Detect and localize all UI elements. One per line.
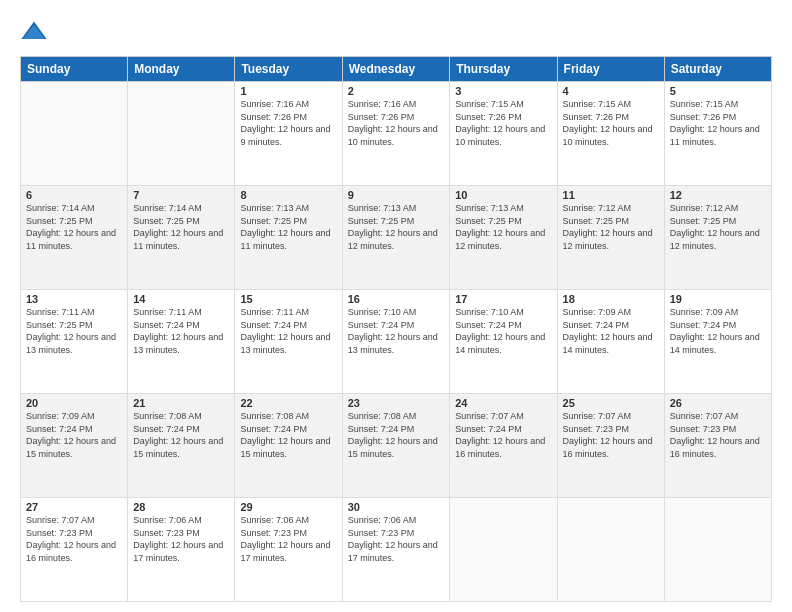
calendar-day-10: 10Sunrise: 7:13 AMSunset: 7:25 PMDayligh… <box>450 186 557 290</box>
day-number: 19 <box>670 293 766 305</box>
day-number: 9 <box>348 189 445 201</box>
calendar-day-19: 19Sunrise: 7:09 AMSunset: 7:24 PMDayligh… <box>664 290 771 394</box>
day-number: 13 <box>26 293 122 305</box>
day-number: 18 <box>563 293 659 305</box>
calendar-day-20: 20Sunrise: 7:09 AMSunset: 7:24 PMDayligh… <box>21 394 128 498</box>
day-number: 22 <box>240 397 336 409</box>
header-tuesday: Tuesday <box>235 57 342 82</box>
day-info: Sunrise: 7:11 AMSunset: 7:25 PMDaylight:… <box>26 306 122 356</box>
calendar-day-30: 30Sunrise: 7:06 AMSunset: 7:23 PMDayligh… <box>342 498 450 602</box>
day-info: Sunrise: 7:13 AMSunset: 7:25 PMDaylight:… <box>348 202 445 252</box>
calendar-week-row: 27Sunrise: 7:07 AMSunset: 7:23 PMDayligh… <box>21 498 772 602</box>
day-number: 21 <box>133 397 229 409</box>
calendar-day-6: 6Sunrise: 7:14 AMSunset: 7:25 PMDaylight… <box>21 186 128 290</box>
day-info: Sunrise: 7:12 AMSunset: 7:25 PMDaylight:… <box>670 202 766 252</box>
day-info: Sunrise: 7:07 AMSunset: 7:23 PMDaylight:… <box>26 514 122 564</box>
day-info: Sunrise: 7:14 AMSunset: 7:25 PMDaylight:… <box>133 202 229 252</box>
day-number: 15 <box>240 293 336 305</box>
day-info: Sunrise: 7:15 AMSunset: 7:26 PMDaylight:… <box>563 98 659 148</box>
day-info: Sunrise: 7:09 AMSunset: 7:24 PMDaylight:… <box>670 306 766 356</box>
calendar-empty-cell <box>557 498 664 602</box>
calendar-empty-cell <box>450 498 557 602</box>
day-number: 20 <box>26 397 122 409</box>
calendar-day-27: 27Sunrise: 7:07 AMSunset: 7:23 PMDayligh… <box>21 498 128 602</box>
day-number: 17 <box>455 293 551 305</box>
day-info: Sunrise: 7:09 AMSunset: 7:24 PMDaylight:… <box>26 410 122 460</box>
day-info: Sunrise: 7:07 AMSunset: 7:24 PMDaylight:… <box>455 410 551 460</box>
day-number: 30 <box>348 501 445 513</box>
day-number: 7 <box>133 189 229 201</box>
day-info: Sunrise: 7:11 AMSunset: 7:24 PMDaylight:… <box>240 306 336 356</box>
day-info: Sunrise: 7:12 AMSunset: 7:25 PMDaylight:… <box>563 202 659 252</box>
day-info: Sunrise: 7:10 AMSunset: 7:24 PMDaylight:… <box>348 306 445 356</box>
header-monday: Monday <box>128 57 235 82</box>
calendar-day-9: 9Sunrise: 7:13 AMSunset: 7:25 PMDaylight… <box>342 186 450 290</box>
header-thursday: Thursday <box>450 57 557 82</box>
day-info: Sunrise: 7:08 AMSunset: 7:24 PMDaylight:… <box>133 410 229 460</box>
day-info: Sunrise: 7:10 AMSunset: 7:24 PMDaylight:… <box>455 306 551 356</box>
header-saturday: Saturday <box>664 57 771 82</box>
page-header <box>20 18 772 46</box>
calendar-week-row: 6Sunrise: 7:14 AMSunset: 7:25 PMDaylight… <box>21 186 772 290</box>
day-number: 14 <box>133 293 229 305</box>
calendar-day-2: 2Sunrise: 7:16 AMSunset: 7:26 PMDaylight… <box>342 82 450 186</box>
calendar-day-16: 16Sunrise: 7:10 AMSunset: 7:24 PMDayligh… <box>342 290 450 394</box>
day-number: 25 <box>563 397 659 409</box>
calendar-week-row: 1Sunrise: 7:16 AMSunset: 7:26 PMDaylight… <box>21 82 772 186</box>
header-friday: Friday <box>557 57 664 82</box>
day-info: Sunrise: 7:16 AMSunset: 7:26 PMDaylight:… <box>348 98 445 148</box>
day-number: 6 <box>26 189 122 201</box>
calendar-day-8: 8Sunrise: 7:13 AMSunset: 7:25 PMDaylight… <box>235 186 342 290</box>
day-number: 4 <box>563 85 659 97</box>
calendar-day-22: 22Sunrise: 7:08 AMSunset: 7:24 PMDayligh… <box>235 394 342 498</box>
calendar-day-5: 5Sunrise: 7:15 AMSunset: 7:26 PMDaylight… <box>664 82 771 186</box>
header-sunday: Sunday <box>21 57 128 82</box>
calendar-day-13: 13Sunrise: 7:11 AMSunset: 7:25 PMDayligh… <box>21 290 128 394</box>
day-number: 24 <box>455 397 551 409</box>
calendar-day-7: 7Sunrise: 7:14 AMSunset: 7:25 PMDaylight… <box>128 186 235 290</box>
calendar-empty-cell <box>21 82 128 186</box>
day-number: 3 <box>455 85 551 97</box>
day-number: 26 <box>670 397 766 409</box>
calendar-day-23: 23Sunrise: 7:08 AMSunset: 7:24 PMDayligh… <box>342 394 450 498</box>
day-info: Sunrise: 7:13 AMSunset: 7:25 PMDaylight:… <box>455 202 551 252</box>
calendar-day-29: 29Sunrise: 7:06 AMSunset: 7:23 PMDayligh… <box>235 498 342 602</box>
day-info: Sunrise: 7:11 AMSunset: 7:24 PMDaylight:… <box>133 306 229 356</box>
day-info: Sunrise: 7:06 AMSunset: 7:23 PMDaylight:… <box>133 514 229 564</box>
calendar-day-26: 26Sunrise: 7:07 AMSunset: 7:23 PMDayligh… <box>664 394 771 498</box>
day-info: Sunrise: 7:14 AMSunset: 7:25 PMDaylight:… <box>26 202 122 252</box>
header-wednesday: Wednesday <box>342 57 450 82</box>
day-info: Sunrise: 7:06 AMSunset: 7:23 PMDaylight:… <box>240 514 336 564</box>
calendar-day-18: 18Sunrise: 7:09 AMSunset: 7:24 PMDayligh… <box>557 290 664 394</box>
calendar-day-24: 24Sunrise: 7:07 AMSunset: 7:24 PMDayligh… <box>450 394 557 498</box>
day-number: 11 <box>563 189 659 201</box>
day-number: 8 <box>240 189 336 201</box>
day-info: Sunrise: 7:15 AMSunset: 7:26 PMDaylight:… <box>670 98 766 148</box>
calendar-week-row: 13Sunrise: 7:11 AMSunset: 7:25 PMDayligh… <box>21 290 772 394</box>
calendar-day-1: 1Sunrise: 7:16 AMSunset: 7:26 PMDaylight… <box>235 82 342 186</box>
calendar-table: SundayMondayTuesdayWednesdayThursdayFrid… <box>20 56 772 602</box>
calendar-week-row: 20Sunrise: 7:09 AMSunset: 7:24 PMDayligh… <box>21 394 772 498</box>
calendar-day-4: 4Sunrise: 7:15 AMSunset: 7:26 PMDaylight… <box>557 82 664 186</box>
day-number: 12 <box>670 189 766 201</box>
logo <box>20 18 52 46</box>
day-number: 1 <box>240 85 336 97</box>
day-info: Sunrise: 7:07 AMSunset: 7:23 PMDaylight:… <box>563 410 659 460</box>
day-number: 2 <box>348 85 445 97</box>
day-number: 16 <box>348 293 445 305</box>
day-info: Sunrise: 7:13 AMSunset: 7:25 PMDaylight:… <box>240 202 336 252</box>
calendar-day-11: 11Sunrise: 7:12 AMSunset: 7:25 PMDayligh… <box>557 186 664 290</box>
day-number: 28 <box>133 501 229 513</box>
calendar-day-25: 25Sunrise: 7:07 AMSunset: 7:23 PMDayligh… <box>557 394 664 498</box>
calendar-header-row: SundayMondayTuesdayWednesdayThursdayFrid… <box>21 57 772 82</box>
day-info: Sunrise: 7:08 AMSunset: 7:24 PMDaylight:… <box>348 410 445 460</box>
calendar-day-15: 15Sunrise: 7:11 AMSunset: 7:24 PMDayligh… <box>235 290 342 394</box>
day-info: Sunrise: 7:09 AMSunset: 7:24 PMDaylight:… <box>563 306 659 356</box>
day-info: Sunrise: 7:08 AMSunset: 7:24 PMDaylight:… <box>240 410 336 460</box>
day-number: 27 <box>26 501 122 513</box>
day-info: Sunrise: 7:06 AMSunset: 7:23 PMDaylight:… <box>348 514 445 564</box>
day-info: Sunrise: 7:15 AMSunset: 7:26 PMDaylight:… <box>455 98 551 148</box>
day-info: Sunrise: 7:07 AMSunset: 7:23 PMDaylight:… <box>670 410 766 460</box>
calendar-day-3: 3Sunrise: 7:15 AMSunset: 7:26 PMDaylight… <box>450 82 557 186</box>
day-number: 29 <box>240 501 336 513</box>
